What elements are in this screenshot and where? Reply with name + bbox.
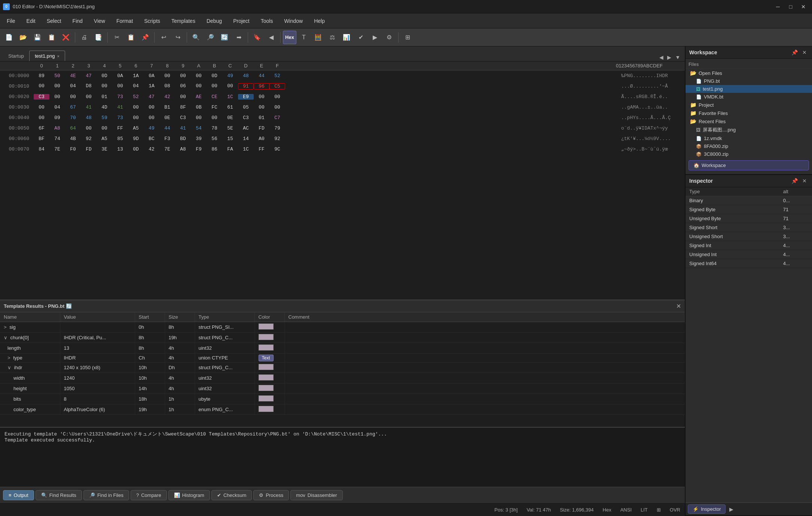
redo-btn[interactable]: ↪ xyxy=(171,31,184,44)
open-btn[interactable]: 📂 xyxy=(16,31,30,44)
bottom-tab-output[interactable]: ≡ Output xyxy=(3,490,34,500)
checksum-btn[interactable]: ✔ xyxy=(354,31,367,44)
hex-byte[interactable]: 00 xyxy=(175,73,191,79)
save-as-btn[interactable]: 📋 xyxy=(45,31,58,44)
inspector-row[interactable]: Unsigned Byte 71 xyxy=(686,214,812,223)
bookmark-btn[interactable]: 🔖 xyxy=(250,31,264,44)
script-btn[interactable]: ▶ xyxy=(368,31,382,44)
recent-files-group[interactable]: 📂 Recent Files xyxy=(686,117,812,125)
print-prev-btn[interactable]: 📑 xyxy=(92,31,105,44)
paste-btn[interactable]: 📌 xyxy=(138,31,152,44)
tab-nav-menu[interactable]: ▼ xyxy=(674,54,682,61)
title-bar-controls[interactable]: ─ □ ✕ xyxy=(772,2,809,11)
menu-tools[interactable]: Tools xyxy=(256,16,278,25)
calc-btn[interactable]: 🧮 xyxy=(311,31,325,44)
project-group[interactable]: 📁 Project xyxy=(686,101,812,109)
table-row[interactable]: bits 8 18h 1h ubyte xyxy=(0,394,685,404)
close-btn[interactable]: ✕ xyxy=(798,2,809,11)
text-btn[interactable]: Text xyxy=(259,355,274,361)
bottom-tab-disassembler[interactable]: mov Disassembler xyxy=(290,490,342,500)
table-row[interactable]: ∨ chunk[0] IHDR (Critical, Pu... 8h 19h … xyxy=(0,333,685,343)
menu-format[interactable]: Format xyxy=(111,16,138,25)
menu-edit[interactable]: Edit xyxy=(21,16,41,25)
hex-byte[interactable]: 44 xyxy=(254,73,269,79)
undo-btn[interactable]: ↩ xyxy=(157,31,170,44)
recent-file-2[interactable]: 📄 1z.vmdk xyxy=(686,134,812,142)
menu-window[interactable]: Window xyxy=(279,16,308,25)
inspector-pin-btn[interactable]: 📌 xyxy=(790,177,799,185)
hex-byte[interactable]: 0D xyxy=(207,73,222,79)
cut-btn[interactable]: ✂ xyxy=(110,31,123,44)
table-row[interactable]: length 13 8h 4h uint32 xyxy=(0,343,685,353)
hex-byte[interactable]: 50 xyxy=(49,73,65,79)
table-row[interactable]: > type IHDR Ch 4h union CTYPE Text xyxy=(0,353,685,362)
hex-byte[interactable]: 0A xyxy=(112,73,128,79)
open-files-group[interactable]: 📂 Open Files xyxy=(686,69,812,77)
inspector-close-btn[interactable]: ✕ xyxy=(801,177,808,185)
tab-file[interactable]: test1.png × xyxy=(29,51,65,61)
recent-file-1[interactable]: 🖼 屏幕截图....png xyxy=(686,125,812,134)
file-vmdk-bt[interactable]: 📄 VMDK.bt xyxy=(686,93,812,101)
table-row[interactable]: color_type AlphaTrueColor (6) 19h 1h enu… xyxy=(0,404,685,415)
menu-templates[interactable]: Templates xyxy=(166,16,201,25)
new-btn[interactable]: 📄 xyxy=(2,31,16,44)
menu-help[interactable]: Help xyxy=(309,16,330,25)
compare-btn[interactable]: ⚖ xyxy=(326,31,339,44)
menu-scripts[interactable]: Scripts xyxy=(139,16,165,25)
hex-byte[interactable]: 48 xyxy=(238,73,254,79)
hex-byte[interactable]: 49 xyxy=(222,73,238,79)
prev-btn[interactable]: ◀ xyxy=(265,31,278,44)
hex-byte[interactable]: 0A xyxy=(144,73,159,79)
table-row[interactable]: > sig 0h 8h struct PNG_SI... xyxy=(0,322,685,333)
tab-nav-right[interactable]: ▶ xyxy=(666,54,673,61)
inspector-bottom-btn[interactable]: ⚡ Inspector xyxy=(688,504,726,514)
menu-debug[interactable]: Debug xyxy=(201,16,227,25)
hex-byte[interactable]: 89 xyxy=(34,73,49,79)
hex-mode-btn[interactable]: Hex xyxy=(283,31,296,44)
workspace-pin-btn[interactable]: 📌 xyxy=(790,49,799,56)
maximize-btn[interactable]: □ xyxy=(785,2,796,11)
hex-byte[interactable]: 52 xyxy=(269,73,285,79)
inspector-row[interactable]: Binary 0... xyxy=(686,196,812,205)
bottom-tab-compare[interactable]: ? Compare xyxy=(131,490,167,500)
bottom-tab-checksum[interactable]: ✔ Checksum xyxy=(211,490,252,500)
bottom-tab-find-results[interactable]: 🔍 Find Results xyxy=(36,490,82,500)
inspector-row[interactable]: Unsigned Short 3... xyxy=(686,232,812,241)
hist-btn[interactable]: 📊 xyxy=(340,31,353,44)
file-png-bt[interactable]: 📄 PNG.bt xyxy=(686,77,812,85)
recent-file-4[interactable]: 📦 3C8000.zip xyxy=(686,150,812,158)
text-mode-btn[interactable]: T xyxy=(297,31,311,44)
menu-select[interactable]: Select xyxy=(42,16,67,25)
hex-byte[interactable]: 4E xyxy=(65,73,81,79)
file-test1-png[interactable]: 🖼 test1.png xyxy=(686,85,812,93)
workspace-btn[interactable]: 🏠 Workspace xyxy=(689,160,809,170)
template-btn[interactable]: ⚙ xyxy=(382,31,396,44)
inspector-expand-btn[interactable]: ▶ xyxy=(728,506,735,513)
menu-project[interactable]: Project xyxy=(228,16,255,25)
hex-byte[interactable]: 0D xyxy=(97,73,112,79)
minimize-btn[interactable]: ─ xyxy=(772,2,784,11)
bottom-tab-find-in-files[interactable]: 🔎 Find in Files xyxy=(83,490,129,500)
replace-btn[interactable]: 🔄 xyxy=(218,31,231,44)
copy-btn[interactable]: 📋 xyxy=(124,31,138,44)
inspector-row[interactable]: Signed Short 3... xyxy=(686,223,812,232)
table-row[interactable]: ∨ ihdr 1240 x 1050 (x8) 10h Dh struct PN… xyxy=(0,362,685,373)
panel-btn[interactable]: ⊞ xyxy=(401,31,414,44)
hex-byte[interactable]: 47 xyxy=(81,73,97,79)
menu-find[interactable]: Find xyxy=(67,16,88,25)
find-btn[interactable]: 🔍 xyxy=(189,31,203,44)
menu-view[interactable]: View xyxy=(89,16,110,25)
favorite-files-group[interactable]: 📁 Favorite Files xyxy=(686,109,812,117)
inspector-row[interactable]: Signed Int64 4... xyxy=(686,259,812,268)
recent-file-3[interactable]: 📦 8FA000.zip xyxy=(686,142,812,150)
hex-byte[interactable]: 00 xyxy=(159,73,175,79)
hex-byte[interactable]: 00 xyxy=(191,73,207,79)
template-panel-close[interactable]: ✕ xyxy=(676,303,681,310)
close-file-btn[interactable]: ❌ xyxy=(59,31,73,44)
tab-close-btn[interactable]: × xyxy=(57,54,59,58)
save-btn[interactable]: 💾 xyxy=(31,31,44,44)
inspector-row[interactable]: Unsigned Int 4... xyxy=(686,250,812,259)
bottom-tab-process[interactable]: ⚙ Process xyxy=(253,490,289,500)
print-btn[interactable]: 🖨 xyxy=(77,31,91,44)
menu-file[interactable]: File xyxy=(1,16,21,25)
